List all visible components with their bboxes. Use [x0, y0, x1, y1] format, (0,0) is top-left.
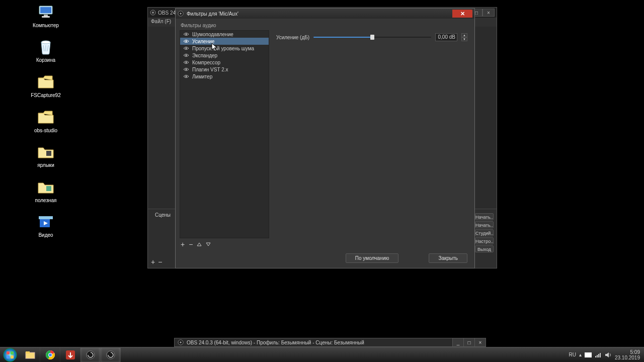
- taskbar-item-app[interactable]: [60, 348, 80, 362]
- obs-control-button[interactable]: Начать...: [475, 213, 494, 220]
- visibility-icon[interactable]: [183, 66, 189, 72]
- desktop-icon-useful[interactable]: полезная: [28, 178, 63, 203]
- system-tray: RU ▴ 5:09 23.10.2019: [569, 349, 644, 360]
- visibility-icon[interactable]: [183, 31, 189, 37]
- obs-scene-add-button[interactable]: +: [151, 258, 155, 266]
- tray-chevron-icon[interactable]: ▴: [579, 352, 582, 357]
- spin-down-button[interactable]: ▼: [461, 37, 467, 41]
- obs-taskbar-title: OBS 24.0.3 (64-bit, windows) - Профиль: …: [187, 340, 364, 345]
- computer-icon: [37, 3, 55, 21]
- obs-controls-panel: Начать... Начать... Студий... Настро... …: [471, 209, 497, 268]
- svg-point-11: [152, 12, 154, 14]
- filter-item-noise-suppression[interactable]: Шумоподавление: [180, 31, 269, 38]
- svg-rect-9: [39, 216, 53, 219]
- spin-up-button[interactable]: ▲: [461, 33, 467, 37]
- obs-control-button[interactable]: Выход: [475, 245, 494, 252]
- start-button[interactable]: [0, 348, 20, 362]
- svg-rect-38: [598, 354, 599, 357]
- obs-taskbar-entry[interactable]: OBS 24.0.3 (64-bit, windows) - Профиль: …: [174, 338, 486, 347]
- svg-rect-36: [595, 356, 596, 357]
- filters-close-button[interactable]: ✕: [452, 10, 472, 18]
- filter-add-button[interactable]: +: [181, 240, 185, 248]
- svg-rect-27: [11, 355, 14, 358]
- filters-section-label: Фильтры аудио: [176, 19, 474, 30]
- folder-icon: [37, 108, 55, 126]
- tray-lang-indicator[interactable]: RU: [569, 352, 576, 357]
- obs-close-button[interactable]: ×: [482, 9, 495, 17]
- filter-item-label: Плагин VST 2.x: [192, 67, 228, 72]
- visibility-icon[interactable]: [183, 38, 189, 44]
- filters-title-bar[interactable]: Фильтры для 'Mic/Aux' ✕: [176, 9, 474, 19]
- filter-properties: Усиление (дБ) 0,00 dB ▲ ▼: [269, 30, 474, 238]
- desktop: Компьютер Корзина FSCapture92 obs-studio…: [0, 0, 644, 362]
- visibility-icon[interactable]: [183, 52, 189, 58]
- filter-item-noise-gate[interactable]: Пропускной уровень шума: [180, 45, 269, 52]
- video-folder-icon: [37, 213, 55, 231]
- obs-logo-icon: [178, 11, 184, 17]
- tray-flag-icon[interactable]: [585, 352, 592, 357]
- desktop-icon-video[interactable]: Видео: [28, 213, 63, 238]
- filter-move-down-button[interactable]: [206, 242, 211, 247]
- svg-point-32: [49, 353, 52, 356]
- filter-item-label: Компрессор: [192, 60, 220, 65]
- close-button[interactable]: ×: [474, 338, 486, 346]
- filter-item-expander[interactable]: Экспандер: [180, 52, 269, 59]
- filter-move-up-button[interactable]: [197, 242, 202, 247]
- visibility-icon[interactable]: [183, 45, 189, 51]
- filters-dialog: Фильтры для 'Mic/Aux' ✕ Фильтры аудио Шу…: [175, 8, 475, 268]
- tray-volume-icon[interactable]: [605, 352, 612, 358]
- gain-value-field[interactable]: 0,00 dB: [435, 33, 457, 41]
- svg-point-23: [4, 348, 17, 361]
- svg-point-20: [186, 76, 187, 77]
- desktop-icon-recycle[interactable]: Корзина: [28, 38, 63, 63]
- obs-scene-remove-button[interactable]: −: [158, 258, 162, 266]
- svg-rect-39: [600, 353, 601, 357]
- tray-time: 5:09: [615, 349, 640, 355]
- desktop-icon-label: Видео: [28, 232, 63, 238]
- obs-control-button[interactable]: Настро...: [475, 237, 494, 244]
- obs-menu-file[interactable]: Файл (F): [151, 19, 171, 24]
- close-button[interactable]: Закрыть: [429, 253, 467, 263]
- filter-item-gain[interactable]: Усиление: [180, 38, 269, 45]
- taskbar-item-obs-2[interactable]: [101, 348, 121, 362]
- gain-slider[interactable]: [313, 37, 431, 38]
- desktop-icon-computer[interactable]: Компьютер: [28, 3, 63, 28]
- desktop-icon-fscapture[interactable]: FSCapture92: [28, 73, 63, 98]
- filter-item-vst[interactable]: Плагин VST 2.x: [180, 66, 269, 73]
- tray-date: 23.10.2019: [615, 355, 640, 360]
- svg-point-17: [186, 55, 187, 56]
- filter-item-limiter[interactable]: Лимитер: [180, 73, 269, 80]
- desktop-icon-label: Компьютер: [28, 23, 63, 28]
- desktop-icon-shortcuts[interactable]: ярлыки: [28, 143, 63, 168]
- slider-thumb[interactable]: [370, 35, 374, 40]
- desktop-icon-obs-studio[interactable]: obs-studio: [28, 108, 63, 133]
- desktop-icon-label: obs-studio: [28, 128, 63, 133]
- taskbar: RU ▴ 5:09 23.10.2019: [0, 347, 644, 362]
- filter-item-label: Экспандер: [192, 53, 217, 58]
- svg-rect-6: [46, 186, 51, 191]
- svg-rect-3: [42, 16, 50, 18]
- filter-item-label: Лимитер: [192, 74, 212, 79]
- svg-point-16: [186, 48, 187, 49]
- taskbar-item-obs-1[interactable]: [80, 348, 101, 362]
- tray-network-icon[interactable]: [595, 352, 602, 358]
- tray-clock[interactable]: 5:09 23.10.2019: [615, 349, 640, 360]
- obs-control-button[interactable]: Студий...: [475, 229, 494, 236]
- visibility-icon[interactable]: [183, 73, 189, 79]
- filter-item-label: Пропускной уровень шума: [192, 46, 254, 51]
- svg-rect-2: [44, 15, 48, 16]
- taskbar-item-explorer[interactable]: [20, 348, 40, 362]
- svg-point-13: [180, 13, 182, 15]
- filter-item-compressor[interactable]: Компрессор: [180, 59, 269, 66]
- minimize-button[interactable]: _: [452, 338, 463, 346]
- filters-title-text: Фильтры для 'Mic/Aux': [187, 11, 238, 17]
- obs-control-button[interactable]: Начать...: [475, 221, 494, 228]
- svg-rect-26: [7, 355, 10, 358]
- filter-remove-button[interactable]: −: [189, 240, 193, 248]
- maximize-button[interactable]: □: [463, 338, 474, 346]
- folder-icon: [37, 178, 55, 196]
- visibility-icon[interactable]: [183, 59, 189, 65]
- obs-logo-icon: [150, 10, 156, 16]
- defaults-button[interactable]: По умолчанию: [346, 253, 399, 263]
- taskbar-item-chrome[interactable]: [40, 348, 60, 362]
